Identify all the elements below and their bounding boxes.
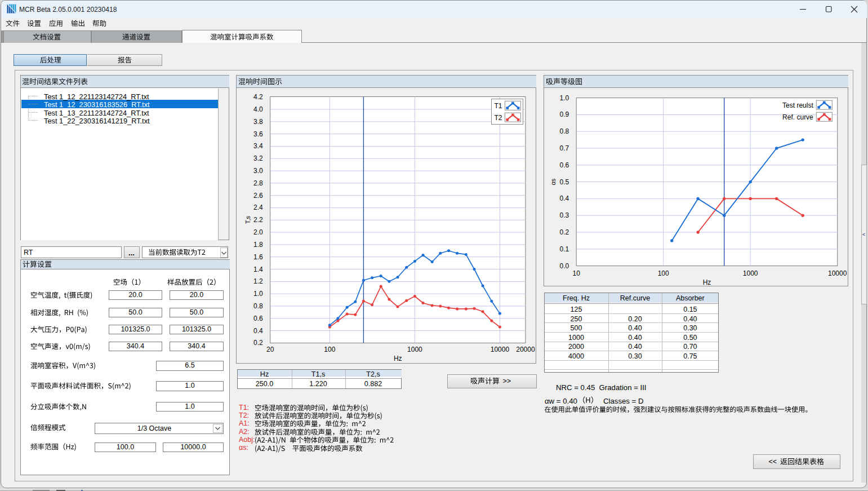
- svg-text:0.4: 0.4: [253, 327, 263, 335]
- svg-text:0.4: 0.4: [560, 194, 569, 202]
- svg-text:3.0: 3.0: [253, 167, 263, 175]
- svg-text:1.6: 1.6: [253, 253, 263, 261]
- svg-text:Ref. curve: Ref. curve: [782, 113, 813, 121]
- svg-text:100: 100: [658, 269, 669, 277]
- svg-text:10: 10: [573, 269, 581, 277]
- svg-text:1000: 1000: [407, 346, 422, 353]
- svg-text:1.4: 1.4: [253, 266, 263, 273]
- svg-text:1.0: 1.0: [253, 290, 263, 298]
- svg-text:Hz: Hz: [394, 355, 402, 362]
- svg-text:2.6: 2.6: [253, 192, 263, 200]
- svg-text:4.0: 4.0: [253, 105, 263, 113]
- svg-text:100: 100: [324, 346, 335, 353]
- svg-text:Hz: Hz: [703, 278, 711, 286]
- svg-text:4.2: 4.2: [253, 93, 263, 101]
- svg-text:0.9: 0.9: [560, 110, 569, 118]
- svg-text:3.6: 3.6: [253, 130, 263, 138]
- svg-text:10000: 10000: [828, 269, 847, 277]
- svg-text:2.0: 2.0: [253, 228, 263, 236]
- svg-text:0.7: 0.7: [560, 144, 569, 152]
- svg-text:0.8: 0.8: [253, 302, 263, 310]
- svg-text:20000: 20000: [516, 346, 535, 353]
- svg-text:0.6: 0.6: [253, 315, 263, 322]
- svg-text:10000: 10000: [491, 346, 510, 353]
- svg-text:αs: αs: [550, 178, 557, 185]
- svg-text:20: 20: [266, 346, 274, 353]
- svg-text:3.4: 3.4: [253, 142, 263, 150]
- svg-text:0.0: 0.0: [560, 262, 569, 270]
- svg-text:3.2: 3.2: [253, 154, 263, 162]
- svg-text:0.5: 0.5: [560, 178, 569, 186]
- svg-text:T1: T1: [495, 102, 502, 110]
- svg-text:T2: T2: [495, 114, 502, 122]
- svg-text:3.8: 3.8: [253, 118, 263, 126]
- svg-text:2.2: 2.2: [253, 216, 263, 224]
- svg-text:1.8: 1.8: [253, 241, 263, 249]
- svg-text:0.1: 0.1: [560, 245, 569, 253]
- svg-text:0.6: 0.6: [560, 161, 569, 169]
- svg-text:1.0: 1.0: [560, 94, 569, 102]
- svg-text:1000: 1000: [743, 269, 758, 277]
- svg-text:0.8: 0.8: [560, 127, 569, 135]
- svg-text:2.4: 2.4: [253, 204, 263, 211]
- svg-text:1.2: 1.2: [253, 277, 263, 285]
- svg-text:0.2: 0.2: [560, 228, 569, 236]
- svg-text:2.8: 2.8: [253, 179, 263, 187]
- svg-text:0.2: 0.2: [253, 339, 263, 347]
- svg-text:T,s: T,s: [244, 215, 251, 224]
- svg-text:0.3: 0.3: [560, 211, 569, 219]
- svg-text:Test reulst: Test reulst: [782, 101, 813, 109]
